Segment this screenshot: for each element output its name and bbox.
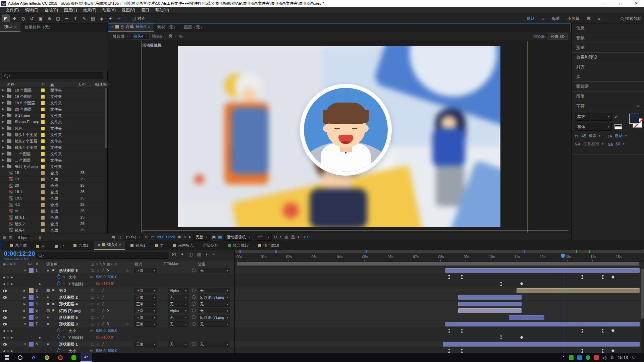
col-rate[interactable]: 帧速率 — [95, 82, 107, 87]
graph-icon[interactable]: ≈ — [63, 349, 65, 352]
layer-row[interactable]: ▶2▩◙男 2◫╱正常▾Alpha▾无▾ — [0, 287, 234, 294]
expander-icon[interactable]: ▼ — [23, 269, 26, 272]
layer-name[interactable]: 形状图层 6 — [59, 268, 78, 273]
grid-guides-icon[interactable]: ⊞ — [145, 235, 148, 239]
add-keyframe-icon[interactable]: ◇ — [7, 329, 9, 333]
property-name[interactable]: Y 轴旋转 — [68, 282, 84, 287]
parent-pickwhip-icon[interactable] — [192, 268, 196, 272]
label-color-swatch[interactable] — [41, 108, 45, 111]
property-row[interactable]: ◀◇▶≈大小∞536.0, 536.0 — [0, 274, 234, 281]
keyframe-overview-bar[interactable] — [235, 250, 644, 254]
panel-7[interactable]: 跟踪器 — [572, 82, 644, 92]
eraser-tool[interactable]: ◈ — [98, 14, 106, 22]
prev-keyframe-icon[interactable]: ◀ — [3, 329, 5, 333]
twirl-icon[interactable]: ▶ — [2, 126, 4, 130]
target-region-icon[interactable]: ▣ — [212, 235, 216, 239]
camera-dropdown[interactable]: 活动摄像机▾ — [224, 234, 253, 241]
next-keyframe-icon[interactable]: ▶ — [11, 336, 13, 339]
layer-duration-bar[interactable] — [443, 342, 640, 347]
tab-project[interactable]: 项目 ≡ — [0, 22, 20, 32]
keyframe-hourglass-icon[interactable] — [448, 275, 450, 279]
label-color-swatch[interactable] — [41, 178, 45, 181]
timeline-tab-2[interactable]: 18 — [32, 243, 50, 250]
twirl-icon[interactable]: ▶ — [2, 165, 4, 168]
label-color-swatch[interactable] — [41, 120, 45, 124]
project-row[interactable]: 18合成25 — [0, 170, 105, 176]
label-color-swatch[interactable] — [41, 229, 45, 232]
parent-dropdown[interactable]: 无▾ — [198, 288, 230, 293]
next-keyframe-icon[interactable]: ▶ — [11, 329, 13, 333]
twirl-icon[interactable]: ▶ — [2, 101, 4, 104]
input-method-indicator[interactable]: 英 — [610, 355, 614, 360]
exposure-value[interactable]: +0.0 — [302, 235, 310, 239]
tab-effect-controls[interactable]: 效果控件（无） — [20, 23, 57, 32]
layer-row[interactable]: ▶3★形状图层 2◫☼╱正常▾无▾5. 灯泡 (7).png▾ — [0, 294, 234, 301]
trkmat-dropdown[interactable]: Alpha▾ — [168, 288, 189, 293]
search-help[interactable]: 搜索帮助 — [621, 14, 641, 23]
timeline-tab-4[interactable]: 合成1 — [69, 242, 92, 250]
timeline-tab-5[interactable]: ×镜头4≡ — [94, 241, 125, 250]
expander-icon[interactable]: ▶ — [23, 309, 26, 312]
parent-pickwhip-icon[interactable] — [192, 295, 196, 299]
eye-icon[interactable] — [3, 323, 7, 325]
quality-switch-icon[interactable]: ╱ — [102, 302, 104, 306]
fast-previews-icon[interactable]: ⚡ — [279, 235, 282, 239]
playhead-line[interactable] — [563, 254, 563, 353]
layer-row[interactable]: ▼7★形状图层 3◫☼╱fx◇正常▾无▾无▾ — [0, 321, 234, 327]
close-tab-icon[interactable]: × — [111, 25, 113, 29]
add-keyframe-icon[interactable]: ◇ — [7, 336, 9, 339]
show-desktop-button[interactable] — [641, 353, 642, 362]
tracking-value[interactable]: 60 — [615, 142, 620, 146]
prev-keyframe-icon[interactable]: ◀ — [3, 282, 5, 286]
next-keyframe-icon[interactable]: ▶ — [11, 276, 13, 279]
twirl-icon[interactable]: ▶ — [2, 133, 4, 136]
selection-tool[interactable]: ◤ — [2, 14, 10, 22]
keyframe-hourglass-icon[interactable] — [602, 275, 604, 279]
layer-duration-bar[interactable] — [458, 308, 522, 313]
clone-stamp-tool[interactable]: ▤ — [89, 14, 97, 22]
blend-mode-dropdown[interactable]: 正常▾ — [134, 295, 157, 300]
layer-duration-bar[interactable] — [458, 295, 522, 300]
tag-icon[interactable]: 🏷 — [42, 82, 46, 86]
label-color-swatch[interactable] — [41, 184, 45, 188]
add-keyframe-icon[interactable]: ◇ — [7, 276, 9, 279]
keyframe-hourglass-icon[interactable] — [448, 349, 450, 353]
shy-switch-icon[interactable]: ◫ — [91, 289, 94, 292]
property-value[interactable]: 0x +180.8° — [96, 282, 114, 286]
project-row[interactable]: 镜头1合成25 — [0, 215, 105, 221]
zoom-tool[interactable]: Q — [19, 14, 27, 22]
label-color-swatch[interactable] — [41, 203, 45, 207]
timeline-tab-7[interactable]: 男 — [151, 242, 168, 250]
label-color-swatch[interactable] — [41, 216, 45, 220]
flowchart-jump-icon[interactable]: 品 — [291, 234, 295, 240]
collapse-switch-icon[interactable]: ☼ — [97, 342, 100, 346]
rectangle-tool[interactable]: ▢ — [54, 14, 62, 22]
timeline-vertical-scrollbar[interactable] — [641, 267, 644, 353]
label-color-swatch[interactable] — [41, 159, 45, 162]
expander-icon[interactable]: ▶ — [23, 296, 26, 299]
menu-item[interactable]: 图层(L) — [61, 7, 80, 13]
graph-icon[interactable]: ≈ — [63, 335, 65, 339]
quality-switch-icon[interactable]: ╱ — [102, 309, 104, 312]
timeline-lane[interactable] — [235, 321, 644, 327]
tab-footage[interactable]: 素材（无） — [154, 23, 180, 32]
label-color-swatch[interactable] — [41, 197, 45, 200]
property-row[interactable]: ◀◇▶≈大小∞536.0, 536.0 — [0, 348, 234, 353]
collapse-switch-icon[interactable]: ☼ — [97, 315, 100, 319]
work-area-bar[interactable] — [237, 262, 639, 265]
magnification-dropdown[interactable]: (50%)▾ — [124, 234, 143, 240]
clock[interactable]: 15:13 — [618, 355, 628, 360]
label-color-swatch[interactable] — [41, 222, 45, 226]
col-size[interactable]: 大小 — [78, 82, 86, 87]
property-row[interactable]: ◀◇▶▶≈Y 轴旋转0x +180.8° — [0, 334, 234, 341]
project-row[interactable]: st合成25 — [0, 208, 105, 215]
parent-pickwhip-icon[interactable] — [192, 309, 196, 312]
label-color-swatch[interactable] — [41, 114, 45, 118]
workspace-4[interactable]: 库 — [587, 16, 591, 21]
project-row[interactable]: ▶20 个图层文件夹 — [0, 106, 105, 113]
project-row[interactable]: 19.5合成25 — [0, 195, 105, 202]
collapse-switch-icon[interactable]: ☼ — [97, 302, 100, 306]
tab-composition[interactable]: × 合成 镜头4 ≡ — [108, 22, 154, 32]
breadcrumb-item[interactable]: 男 — [168, 34, 172, 39]
shy-switch-icon[interactable]: ◫ — [91, 295, 94, 299]
